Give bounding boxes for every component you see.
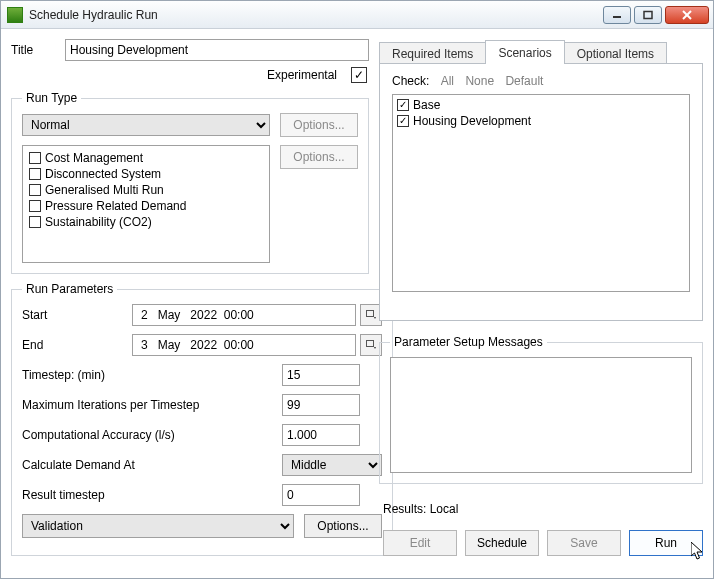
start-row: Start 2 May 2022 00:00 <box>22 304 382 326</box>
feature-label: Pressure Related Demand <box>45 198 186 214</box>
feature-item[interactable]: Pressure Related Demand <box>29 198 263 214</box>
feature-item[interactable]: Generalised Multi Run <box>29 182 263 198</box>
end-day: 3 <box>141 338 148 352</box>
close-icon <box>681 10 693 20</box>
edit-button[interactable]: Edit <box>383 530 457 556</box>
feature-label: Cost Management <box>45 150 143 166</box>
validation-options-button[interactable]: Options... <box>304 514 382 538</box>
features-wrap: Cost Management Disconnected System Gene… <box>22 145 358 263</box>
content-area: Title Experimental ✓ Run Type Normal Opt… <box>1 29 713 578</box>
feature-checkbox[interactable] <box>29 200 41 212</box>
feature-item[interactable]: Cost Management <box>29 150 263 166</box>
features-list[interactable]: Cost Management Disconnected System Gene… <box>22 145 270 263</box>
experimental-label: Experimental <box>267 68 337 82</box>
check-none-link[interactable]: None <box>465 74 494 88</box>
feature-label: Generalised Multi Run <box>45 182 164 198</box>
feature-item[interactable]: Disconnected System <box>29 166 263 182</box>
tab-required-items[interactable]: Required Items <box>379 42 486 64</box>
tab-scenarios[interactable]: Scenarios <box>485 40 564 64</box>
end-label: End <box>22 338 132 352</box>
tabs: Required Items Scenarios Optional Items <box>379 39 703 63</box>
tab-label: Scenarios <box>498 46 551 60</box>
psm-legend: Parameter Setup Messages <box>390 335 547 349</box>
scenario-checkbox[interactable] <box>397 115 409 127</box>
check-all-link[interactable]: All <box>441 74 454 88</box>
scenario-item[interactable]: Base <box>397 97 685 113</box>
title-input[interactable] <box>65 39 369 61</box>
run-parameters-fieldset: Run Parameters Start 2 May 2022 00:00 <box>11 282 393 556</box>
svg-rect-6 <box>367 341 374 347</box>
experimental-checkbox[interactable]: ✓ <box>351 67 367 83</box>
end-row: End 3 May 2022 00:00 <box>22 334 382 356</box>
maxiter-label: Maximum Iterations per Timestep <box>22 398 282 412</box>
schedule-button[interactable]: Schedule <box>465 530 539 556</box>
calcdemand-row: Calculate Demand At Middle <box>22 454 382 476</box>
start-day: 2 <box>141 308 148 322</box>
timestep-row: Timestep: (min) <box>22 364 382 386</box>
close-button[interactable] <box>665 6 709 24</box>
end-datetime: 3 May 2022 00:00 <box>132 334 382 356</box>
start-datetime: 2 May 2022 00:00 <box>132 304 382 326</box>
feature-checkbox[interactable] <box>29 184 41 196</box>
start-year-time: 2022 00:00 <box>190 308 253 322</box>
result-ts-label: Result timestep <box>22 488 282 502</box>
svg-rect-1 <box>644 11 652 18</box>
end-year-time: 2022 00:00 <box>190 338 253 352</box>
run-type-options-button-1[interactable]: Options... <box>280 113 358 137</box>
start-datetime-field[interactable]: 2 May 2022 00:00 <box>132 304 356 326</box>
maxiter-input[interactable] <box>282 394 360 416</box>
scenarios-list[interactable]: Base Housing Development <box>392 94 690 292</box>
window-title: Schedule Hydraulic Run <box>29 8 603 22</box>
run-type-row: Normal Options... <box>22 113 358 137</box>
maxiter-row: Maximum Iterations per Timestep <box>22 394 382 416</box>
calendar-dropdown-icon <box>366 340 376 350</box>
left-pane: Title Experimental ✓ Run Type Normal Opt… <box>11 39 369 564</box>
accuracy-input[interactable] <box>282 424 360 446</box>
timestep-label: Timestep: (min) <box>22 368 282 382</box>
minimize-button[interactable] <box>603 6 631 24</box>
validation-select[interactable]: Validation <box>22 514 294 538</box>
app-icon <box>7 7 23 23</box>
action-buttons: Edit Schedule Save Run <box>379 530 703 556</box>
feature-checkbox[interactable] <box>29 152 41 164</box>
check-default-link[interactable]: Default <box>505 74 543 88</box>
accuracy-row: Computational Accuracy (l/s) <box>22 424 382 446</box>
end-month: May <box>158 338 181 352</box>
results-label: Results: Local <box>379 502 703 516</box>
dialog-window: Schedule Hydraulic Run Title Experimenta… <box>0 0 714 579</box>
psm-textbox[interactable] <box>390 357 692 473</box>
save-button[interactable]: Save <box>547 530 621 556</box>
accuracy-label: Computational Accuracy (l/s) <box>22 428 282 442</box>
scenario-item[interactable]: Housing Development <box>397 113 685 129</box>
svg-rect-4 <box>367 311 374 317</box>
tab-optional-items[interactable]: Optional Items <box>564 42 667 64</box>
scenario-label: Housing Development <box>413 113 531 129</box>
result-ts-row: Result timestep <box>22 484 382 506</box>
minimize-icon <box>611 10 623 20</box>
run-type-fieldset: Run Type Normal Options... Cost Manageme… <box>11 91 369 274</box>
calcdemand-label: Calculate Demand At <box>22 458 282 472</box>
maximize-icon <box>642 10 654 20</box>
run-type-options-button-2[interactable]: Options... <box>280 145 358 169</box>
window-buttons <box>603 6 709 24</box>
run-type-select[interactable]: Normal <box>22 114 270 136</box>
feature-checkbox[interactable] <box>29 216 41 228</box>
run-parameters-legend: Run Parameters <box>22 282 117 296</box>
svg-marker-7 <box>374 347 376 349</box>
feature-label: Disconnected System <box>45 166 161 182</box>
right-pane: Required Items Scenarios Optional Items … <box>379 39 703 564</box>
end-datetime-field[interactable]: 3 May 2022 00:00 <box>132 334 356 356</box>
run-button[interactable]: Run <box>629 530 703 556</box>
check-label: Check: <box>392 74 429 88</box>
result-ts-input[interactable] <box>282 484 360 506</box>
timestep-input[interactable] <box>282 364 360 386</box>
calcdemand-select[interactable]: Middle <box>282 454 382 476</box>
title-row: Title <box>11 39 369 61</box>
title-label: Title <box>11 43 57 57</box>
scenario-checkbox[interactable] <box>397 99 409 111</box>
svg-marker-5 <box>374 317 376 319</box>
maximize-button[interactable] <box>634 6 662 24</box>
feature-checkbox[interactable] <box>29 168 41 180</box>
feature-item[interactable]: Sustainability (CO2) <box>29 214 263 230</box>
run-type-legend: Run Type <box>22 91 81 105</box>
